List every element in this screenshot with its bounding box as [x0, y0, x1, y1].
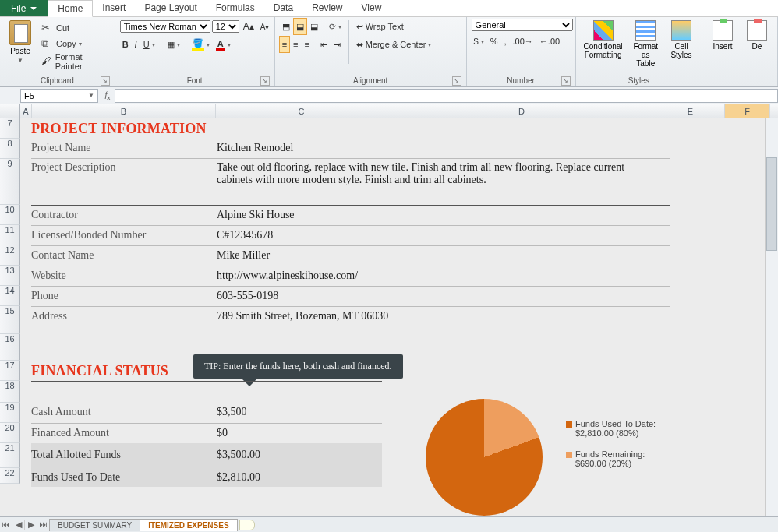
new-sheet-button[interactable]: [239, 520, 255, 530]
tab-page-layout[interactable]: Page Layout: [135, 0, 206, 16]
row-header[interactable]: 7: [0, 118, 20, 139]
cell-grid[interactable]: PROJECT INFORMATION Project Name Kitchen…: [20, 118, 778, 484]
orientation-button[interactable]: ⟳▾: [327, 19, 344, 34]
decrease-decimal-button[interactable]: ←.00: [537, 33, 562, 49]
sheet-nav: ⏮ ◀ ▶ ⏭: [0, 520, 50, 530]
col-header-d[interactable]: D: [387, 104, 656, 118]
value-financed[interactable]: $0: [217, 427, 228, 439]
percent-button[interactable]: %: [488, 33, 500, 49]
row-header[interactable]: 13: [0, 266, 20, 286]
value-address[interactable]: 789 Smith Street, Bozeman, MT 06030: [217, 310, 388, 322]
insert-icon: [713, 20, 733, 41]
wrap-text-button[interactable]: ↩Wrap Text: [354, 19, 434, 34]
tab-insert[interactable]: Insert: [93, 0, 135, 16]
value-contractor[interactable]: Alpine Ski House: [217, 209, 295, 221]
align-center-button[interactable]: ≡: [291, 37, 300, 52]
value-contact[interactable]: Mike Miller: [217, 249, 270, 262]
tab-view[interactable]: View: [352, 0, 391, 16]
fx-button[interactable]: fx: [100, 90, 115, 101]
format-painter-label: Format Painter: [55, 52, 108, 71]
format-painter-button[interactable]: Format Painter: [39, 51, 110, 72]
increase-decimal-button[interactable]: .00→: [511, 33, 536, 49]
format-as-table-button[interactable]: Format as Table: [629, 19, 663, 69]
font-name-select[interactable]: Times New Roman: [120, 20, 210, 33]
row-header[interactable]: 16: [0, 334, 20, 361]
row-header[interactable]: 14: [0, 286, 20, 306]
align-left-button[interactable]: ≡: [280, 37, 289, 52]
row-header[interactable]: 12: [0, 245, 20, 266]
row-header[interactable]: 18: [0, 381, 20, 403]
select-all-corner[interactable]: [0, 104, 20, 118]
row-header[interactable]: 8: [0, 139, 20, 159]
font-color-button[interactable]: A▾: [214, 37, 233, 52]
row-header[interactable]: 10: [0, 205, 20, 225]
decrease-indent-button[interactable]: ⇤: [318, 37, 330, 52]
borders-button[interactable]: ▦▾: [164, 37, 182, 52]
tab-formulas[interactable]: Formulas: [207, 0, 264, 16]
ribbon-tab-strip: File Home Insert Page Layout Formulas Da…: [0, 0, 778, 17]
value-cash[interactable]: $3,500: [217, 406, 247, 418]
row-header[interactable]: 22: [0, 468, 20, 484]
sheet-tab-budget-summary[interactable]: BUDGET SUMMARY: [49, 519, 140, 531]
fill-color-button[interactable]: 🪣▾: [189, 37, 212, 52]
cell-styles-button[interactable]: Cell Styles: [666, 19, 697, 61]
formula-input[interactable]: [115, 89, 778, 103]
decrease-font-button[interactable]: A▾: [258, 19, 272, 34]
conditional-formatting-button[interactable]: Conditional Formatting: [581, 19, 626, 61]
align-middle-button[interactable]: ⬓: [294, 19, 306, 34]
nav-prev-icon[interactable]: ◀: [12, 520, 25, 530]
value-license[interactable]: C#12345678: [217, 229, 273, 241]
row-header[interactable]: 21: [0, 443, 20, 468]
align-bottom-button[interactable]: ⬓: [308, 19, 320, 34]
chevron-down-icon[interactable]: ▼: [88, 92, 94, 99]
delete-cells-button[interactable]: De: [741, 19, 773, 52]
value-phone[interactable]: 603-555-0198: [217, 290, 278, 302]
cut-button[interactable]: Cut: [39, 20, 110, 36]
copy-button[interactable]: Copy▾: [39, 36, 110, 51]
bold-button[interactable]: B: [120, 37, 131, 52]
underline-button[interactable]: U▾: [141, 37, 157, 52]
number-format-select[interactable]: General: [472, 19, 573, 31]
dialog-launcher-icon[interactable]: ↘: [561, 76, 571, 86]
file-tab[interactable]: File: [0, 0, 48, 16]
row-header[interactable]: 17: [0, 361, 20, 381]
vertical-scrollbar[interactable]: [765, 118, 778, 516]
row-header[interactable]: 9: [0, 159, 20, 205]
dialog-launcher-icon[interactable]: ↘: [452, 76, 461, 86]
col-header-f[interactable]: F: [725, 104, 770, 118]
nav-first-icon[interactable]: ⏮: [0, 520, 12, 530]
paste-button[interactable]: Paste ▼: [5, 19, 36, 65]
tab-review[interactable]: Review: [302, 0, 352, 16]
col-header-e[interactable]: E: [656, 104, 725, 118]
row-header[interactable]: 15: [0, 306, 20, 334]
col-header-b[interactable]: B: [32, 104, 216, 118]
tab-data[interactable]: Data: [264, 0, 302, 16]
currency-button[interactable]: $▾: [472, 33, 486, 49]
italic-button[interactable]: I: [133, 37, 140, 52]
col-header-c[interactable]: C: [216, 104, 387, 118]
increase-indent-button[interactable]: ⇥: [331, 37, 343, 52]
value-project-name[interactable]: Kitchen Remodel: [217, 142, 293, 154]
tab-home[interactable]: Home: [48, 0, 93, 17]
value-project-desc[interactable]: Take out old flooring, replace with new …: [217, 161, 653, 186]
sheet-tab-itemized-expenses[interactable]: ITEMIZED EXPENSES: [140, 519, 237, 531]
dialog-launcher-icon[interactable]: ↘: [260, 76, 270, 86]
align-top-button[interactable]: ⬒: [280, 19, 292, 34]
worksheet: A B C D E F 7 8 9 10 11 12 13 14 15 16 1…: [0, 104, 778, 516]
insert-cells-button[interactable]: Insert: [707, 19, 738, 52]
name-box[interactable]: F5▼: [20, 89, 98, 103]
col-header-a[interactable]: A: [20, 104, 32, 118]
row-header[interactable]: 11: [0, 225, 20, 245]
align-right-button[interactable]: ≡: [302, 37, 312, 52]
scrollbar-thumb[interactable]: [766, 157, 777, 251]
merge-center-button[interactable]: ⬌Merge & Center▾: [354, 37, 434, 52]
row-header[interactable]: 20: [0, 423, 20, 443]
row-header[interactable]: 19: [0, 403, 20, 423]
font-size-select[interactable]: 12: [212, 20, 239, 33]
nav-last-icon[interactable]: ⏭: [37, 520, 50, 530]
increase-font-button[interactable]: A▴: [241, 19, 256, 34]
nav-next-icon[interactable]: ▶: [25, 520, 37, 530]
dialog-launcher-icon[interactable]: ↘: [101, 76, 110, 86]
value-website[interactable]: http://www.alpineskihouse.com/: [217, 270, 358, 282]
comma-button[interactable]: ,: [502, 33, 509, 49]
